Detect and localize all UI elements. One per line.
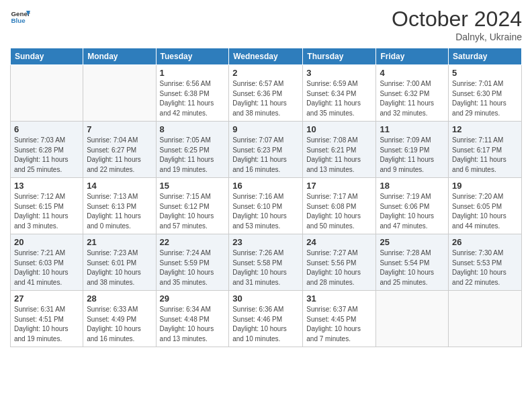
calendar-week-row: 1Sunrise: 6:56 AM Sunset: 6:38 PM Daylig… — [11, 65, 522, 122]
calendar-day-cell: 29Sunrise: 6:34 AM Sunset: 4:48 PM Dayli… — [156, 291, 229, 347]
day-number: 14 — [87, 181, 152, 191]
calendar-day-cell — [376, 291, 449, 347]
col-sunday: Sunday — [11, 48, 83, 65]
day-info: Sunrise: 6:56 AM Sunset: 6:38 PM Dayligh… — [160, 79, 226, 118]
month-title: October 2024 — [392, 7, 522, 32]
title-block: October 2024 Dalnyk, Ukraine — [392, 7, 522, 42]
day-info: Sunrise: 7:20 AM Sunset: 6:05 PM Dayligh… — [452, 192, 518, 231]
day-number: 22 — [160, 237, 226, 247]
day-number: 17 — [306, 181, 372, 191]
day-number: 7 — [87, 124, 152, 134]
calendar-day-cell: 12Sunrise: 7:11 AM Sunset: 6:17 PM Dayli… — [449, 122, 522, 178]
day-info: Sunrise: 6:31 AM Sunset: 4:51 PM Dayligh… — [14, 305, 79, 344]
calendar-day-cell: 1Sunrise: 6:56 AM Sunset: 6:38 PM Daylig… — [156, 65, 229, 122]
day-info: Sunrise: 6:33 AM Sunset: 4:49 PM Dayligh… — [87, 305, 152, 344]
calendar-day-cell: 14Sunrise: 7:13 AM Sunset: 6:13 PM Dayli… — [83, 178, 156, 234]
calendar-table: Sunday Monday Tuesday Wednesday Thursday… — [10, 48, 522, 347]
day-number: 31 — [306, 293, 372, 304]
calendar-day-cell: 2Sunrise: 6:57 AM Sunset: 6:36 PM Daylig… — [229, 65, 303, 122]
header-row: Sunday Monday Tuesday Wednesday Thursday… — [11, 48, 522, 65]
day-number: 27 — [14, 293, 79, 304]
calendar-day-cell: 21Sunrise: 7:23 AM Sunset: 6:01 PM Dayli… — [83, 234, 156, 291]
day-info: Sunrise: 7:23 AM Sunset: 6:01 PM Dayligh… — [87, 248, 152, 287]
calendar-day-cell: 24Sunrise: 7:27 AM Sunset: 5:56 PM Dayli… — [303, 234, 376, 291]
day-number: 13 — [14, 181, 79, 191]
col-friday: Friday — [376, 48, 449, 65]
day-number: 23 — [232, 237, 299, 247]
day-info: Sunrise: 7:03 AM Sunset: 6:28 PM Dayligh… — [14, 136, 79, 175]
calendar-day-cell: 19Sunrise: 7:20 AM Sunset: 6:05 PM Dayli… — [449, 178, 522, 234]
calendar-day-cell: 18Sunrise: 7:19 AM Sunset: 6:06 PM Dayli… — [376, 178, 449, 234]
calendar-day-cell — [449, 291, 522, 347]
day-number: 8 — [160, 124, 226, 134]
calendar-day-cell: 4Sunrise: 7:00 AM Sunset: 6:32 PM Daylig… — [376, 65, 449, 122]
day-info: Sunrise: 7:11 AM Sunset: 6:17 PM Dayligh… — [452, 136, 518, 175]
day-number: 2 — [232, 68, 299, 78]
calendar-day-cell — [11, 65, 83, 122]
day-number: 9 — [232, 124, 299, 134]
calendar-day-cell: 16Sunrise: 7:16 AM Sunset: 6:10 PM Dayli… — [229, 178, 303, 234]
day-info: Sunrise: 6:36 AM Sunset: 4:46 PM Dayligh… — [232, 305, 299, 344]
day-info: Sunrise: 7:19 AM Sunset: 6:06 PM Dayligh… — [380, 192, 445, 231]
calendar-day-cell: 6Sunrise: 7:03 AM Sunset: 6:28 PM Daylig… — [11, 122, 83, 178]
day-number: 3 — [306, 68, 372, 78]
day-info: Sunrise: 7:24 AM Sunset: 5:59 PM Dayligh… — [160, 248, 226, 287]
day-info: Sunrise: 7:09 AM Sunset: 6:19 PM Dayligh… — [380, 136, 445, 175]
day-number: 12 — [452, 124, 518, 134]
day-info: Sunrise: 7:05 AM Sunset: 6:25 PM Dayligh… — [160, 136, 226, 175]
col-monday: Monday — [83, 48, 156, 65]
calendar-day-cell: 3Sunrise: 6:59 AM Sunset: 6:34 PM Daylig… — [303, 65, 376, 122]
calendar-day-cell: 7Sunrise: 7:04 AM Sunset: 6:27 PM Daylig… — [83, 122, 156, 178]
day-info: Sunrise: 6:59 AM Sunset: 6:34 PM Dayligh… — [306, 79, 372, 118]
day-number: 21 — [87, 237, 152, 247]
calendar-week-row: 27Sunrise: 6:31 AM Sunset: 4:51 PM Dayli… — [11, 291, 522, 347]
day-number: 26 — [452, 237, 518, 247]
day-number: 24 — [306, 237, 372, 247]
calendar-day-cell: 20Sunrise: 7:21 AM Sunset: 6:03 PM Dayli… — [11, 234, 83, 291]
calendar-day-cell: 8Sunrise: 7:05 AM Sunset: 6:25 PM Daylig… — [156, 122, 229, 178]
day-number: 4 — [380, 68, 445, 78]
day-info: Sunrise: 7:01 AM Sunset: 6:30 PM Dayligh… — [452, 79, 518, 118]
col-wednesday: Wednesday — [229, 48, 303, 65]
day-info: Sunrise: 7:04 AM Sunset: 6:27 PM Dayligh… — [87, 136, 152, 175]
day-info: Sunrise: 7:15 AM Sunset: 6:12 PM Dayligh… — [160, 192, 226, 231]
calendar-day-cell: 13Sunrise: 7:12 AM Sunset: 6:15 PM Dayli… — [11, 178, 83, 234]
day-number: 1 — [160, 68, 226, 78]
day-info: Sunrise: 7:30 AM Sunset: 5:53 PM Dayligh… — [452, 248, 518, 287]
calendar-day-cell: 15Sunrise: 7:15 AM Sunset: 6:12 PM Dayli… — [156, 178, 229, 234]
day-number: 29 — [160, 293, 226, 304]
day-number: 25 — [380, 237, 445, 247]
col-tuesday: Tuesday — [156, 48, 229, 65]
col-thursday: Thursday — [303, 48, 376, 65]
day-info: Sunrise: 7:08 AM Sunset: 6:21 PM Dayligh… — [306, 136, 372, 175]
calendar-week-row: 13Sunrise: 7:12 AM Sunset: 6:15 PM Dayli… — [11, 178, 522, 234]
page: General Blue October 2024 Dalnyk, Ukrain… — [0, 0, 532, 411]
day-info: Sunrise: 7:26 AM Sunset: 5:58 PM Dayligh… — [232, 248, 299, 287]
day-number: 30 — [232, 293, 299, 304]
col-saturday: Saturday — [449, 48, 522, 65]
calendar-day-cell: 22Sunrise: 7:24 AM Sunset: 5:59 PM Dayli… — [156, 234, 229, 291]
day-info: Sunrise: 7:13 AM Sunset: 6:13 PM Dayligh… — [87, 192, 152, 231]
day-number: 20 — [14, 237, 79, 247]
day-number: 10 — [306, 124, 372, 134]
day-info: Sunrise: 6:57 AM Sunset: 6:36 PM Dayligh… — [232, 79, 299, 118]
header: General Blue October 2024 Dalnyk, Ukrain… — [10, 7, 522, 42]
calendar-day-cell: 26Sunrise: 7:30 AM Sunset: 5:53 PM Dayli… — [449, 234, 522, 291]
calendar-day-cell: 11Sunrise: 7:09 AM Sunset: 6:19 PM Dayli… — [376, 122, 449, 178]
calendar-day-cell: 30Sunrise: 6:36 AM Sunset: 4:46 PM Dayli… — [229, 291, 303, 347]
calendar-week-row: 20Sunrise: 7:21 AM Sunset: 6:03 PM Dayli… — [11, 234, 522, 291]
calendar-day-cell: 25Sunrise: 7:28 AM Sunset: 5:54 PM Dayli… — [376, 234, 449, 291]
day-info: Sunrise: 6:37 AM Sunset: 4:45 PM Dayligh… — [306, 305, 372, 344]
calendar-day-cell: 10Sunrise: 7:08 AM Sunset: 6:21 PM Dayli… — [303, 122, 376, 178]
day-number: 15 — [160, 181, 226, 191]
day-info: Sunrise: 7:21 AM Sunset: 6:03 PM Dayligh… — [14, 248, 79, 287]
day-number: 11 — [380, 124, 445, 134]
day-info: Sunrise: 7:07 AM Sunset: 6:23 PM Dayligh… — [232, 136, 299, 175]
calendar-day-cell: 27Sunrise: 6:31 AM Sunset: 4:51 PM Dayli… — [11, 291, 83, 347]
day-info: Sunrise: 6:34 AM Sunset: 4:48 PM Dayligh… — [160, 305, 226, 344]
svg-text:Blue: Blue — [11, 17, 26, 24]
calendar-day-cell — [83, 65, 156, 122]
day-number: 5 — [452, 68, 518, 78]
day-info: Sunrise: 7:00 AM Sunset: 6:32 PM Dayligh… — [380, 79, 445, 118]
calendar-day-cell: 28Sunrise: 6:33 AM Sunset: 4:49 PM Dayli… — [83, 291, 156, 347]
